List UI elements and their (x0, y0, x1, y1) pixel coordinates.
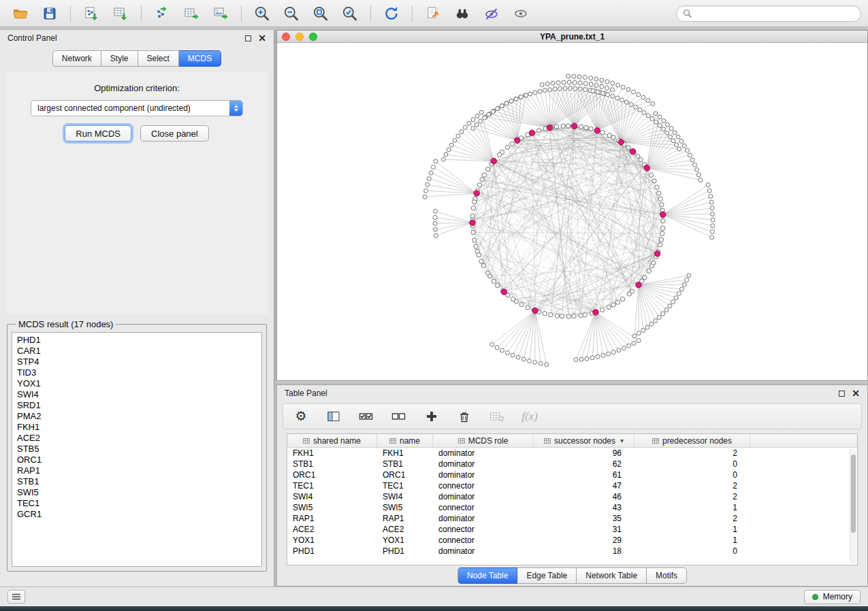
delete-table-button[interactable] (489, 408, 505, 425)
optimization-criterion-select[interactable]: largest connected component (undirected) (31, 100, 243, 116)
float-window-icon[interactable] (245, 35, 251, 42)
find-button[interactable] (449, 3, 476, 24)
close-panel-icon[interactable]: ✕ (852, 390, 860, 397)
result-node-item[interactable]: PHD1 (12, 335, 261, 346)
table-row[interactable]: ORC1ORC1dominator610 (287, 469, 857, 480)
binoculars-icon (453, 5, 471, 22)
hide-graphics-button[interactable] (478, 3, 505, 24)
float-window-icon[interactable] (839, 391, 845, 397)
tab-select[interactable]: Select (138, 50, 179, 67)
tab-network[interactable]: Network (52, 50, 101, 67)
show-graphics-button[interactable] (507, 3, 534, 24)
column-header-predecessor-nodes[interactable]: predecessor nodes (634, 434, 750, 447)
result-node-item[interactable]: STP4 (12, 357, 261, 367)
deselect-all-button[interactable] (391, 408, 407, 425)
result-node-item[interactable]: FKH1 (12, 422, 261, 433)
result-node-item[interactable]: PMA2 (12, 411, 261, 422)
table-row[interactable]: ACE2ACE2connector311 (287, 524, 857, 535)
close-panel-icon[interactable]: ✕ (258, 35, 266, 42)
result-node-item[interactable]: ACE2 (12, 433, 261, 444)
delete-column-button[interactable] (456, 408, 472, 425)
table-panel: Table Panel ✕ ⚙ (276, 384, 868, 587)
search-input[interactable] (696, 9, 854, 18)
table-cell: dominator (433, 470, 534, 480)
result-node-item[interactable]: TID3 (12, 367, 261, 378)
table-row[interactable]: RAP1RAP1dominator352 (287, 513, 857, 524)
result-node-item[interactable]: CAR1 (12, 346, 261, 357)
control-panel: Control Panel ✕ NetworkStyleSelectMCDS O… (0, 30, 274, 587)
tab-mcds[interactable]: MCDS (179, 50, 221, 67)
result-node-item[interactable]: GCR1 (12, 509, 261, 520)
memory-button[interactable]: Memory (804, 590, 861, 604)
maximize-window-icon[interactable] (309, 33, 317, 41)
search-field[interactable] (676, 5, 861, 22)
share-document-icon (425, 5, 441, 22)
column-type-icon (389, 437, 396, 444)
import-table-button[interactable] (107, 3, 134, 24)
sort-chevron-icon[interactable]: ▾ (620, 437, 624, 444)
zoom-fit-button[interactable] (307, 3, 334, 24)
close-window-icon[interactable] (282, 33, 290, 41)
column-header-name[interactable]: name (377, 434, 433, 447)
table-row[interactable]: TEC1TEC1connector472 (287, 480, 857, 491)
column-type-icon (458, 437, 465, 444)
mcds-tab-content: Optimization criterion: largest connecte… (5, 72, 268, 314)
tab-network-table[interactable]: Network Table (577, 567, 647, 584)
table-row[interactable]: FKH1FKH1dominator962 (287, 448, 857, 459)
function-builder-button[interactable]: f(x) (521, 408, 538, 425)
save-session-button[interactable] (36, 3, 63, 24)
memory-status-icon (812, 594, 818, 600)
table-row[interactable]: SWI4SWI4dominator462 (287, 491, 857, 502)
table-row[interactable]: STB1STB1dominator620 (287, 459, 857, 469)
import-network-button[interactable] (78, 3, 105, 24)
panel-menu-button[interactable] (7, 590, 25, 604)
tab-motifs[interactable]: Motifs (647, 567, 687, 584)
table-cell: 1 (634, 535, 750, 545)
show-columns-button[interactable] (325, 408, 342, 425)
column-header-MCDS-role[interactable]: MCDS role (433, 434, 534, 447)
result-node-item[interactable]: SWI5 (12, 487, 261, 498)
select-all-button[interactable] (358, 408, 374, 425)
open-session-button[interactable] (7, 3, 34, 24)
result-node-item[interactable]: SRD1 (12, 400, 261, 411)
network-canvas[interactable] (277, 43, 867, 380)
control-panel-titlebar: Control Panel ✕ (0, 30, 274, 46)
result-node-item[interactable]: SWI4 (12, 389, 261, 400)
zoom-out-button[interactable] (278, 3, 305, 24)
toolbar-separator (70, 5, 71, 22)
mcds-result-title: MCDS result (17 nodes) (16, 319, 116, 329)
tab-node-table[interactable]: Node Table (457, 567, 518, 584)
table-scrollbar[interactable] (850, 449, 856, 563)
minimize-window-icon[interactable] (295, 33, 304, 41)
zoom-selected-button[interactable] (336, 3, 364, 24)
column-header-successor-nodes[interactable]: successor nodes▾ (534, 434, 634, 447)
run-mcds-button[interactable]: Run MCDS (65, 125, 131, 142)
scrollbar-thumb[interactable] (851, 455, 856, 533)
result-node-item[interactable]: RAP1 (12, 465, 261, 476)
share-document-button[interactable] (419, 3, 447, 24)
result-node-item[interactable]: YOX1 (12, 378, 261, 389)
tab-edge-table[interactable]: Edge Table (517, 567, 577, 584)
table-panel-title: Table Panel (285, 389, 327, 398)
table-row[interactable]: PHD1PHD1dominator180 (287, 546, 857, 557)
result-node-item[interactable]: ORC1 (12, 455, 261, 465)
result-node-item[interactable]: STB1 (12, 476, 261, 487)
tab-style[interactable]: Style (101, 50, 138, 67)
network-graph[interactable] (277, 43, 868, 380)
gear-icon[interactable]: ⚙ (293, 408, 309, 425)
hamburger-icon (12, 593, 21, 600)
table-cell: ORC1 (377, 470, 433, 480)
export-table-button[interactable] (178, 3, 205, 24)
table-row[interactable]: SWI5SWI5connector431 (287, 502, 857, 513)
close-panel-button[interactable]: Close panel (140, 125, 209, 142)
column-header-shared-name[interactable]: shared name (287, 434, 377, 447)
result-node-item[interactable]: TEC1 (12, 498, 261, 509)
table-cell: 1 (634, 503, 750, 512)
export-image-button[interactable] (207, 3, 234, 24)
result-node-item[interactable]: STB5 (12, 444, 261, 455)
table-row[interactable]: YOX1YOX1connector291 (287, 535, 857, 546)
refresh-view-button[interactable] (378, 3, 405, 24)
zoom-in-button[interactable] (248, 3, 276, 24)
add-column-button[interactable] (423, 408, 440, 425)
export-network-button[interactable] (148, 3, 176, 24)
